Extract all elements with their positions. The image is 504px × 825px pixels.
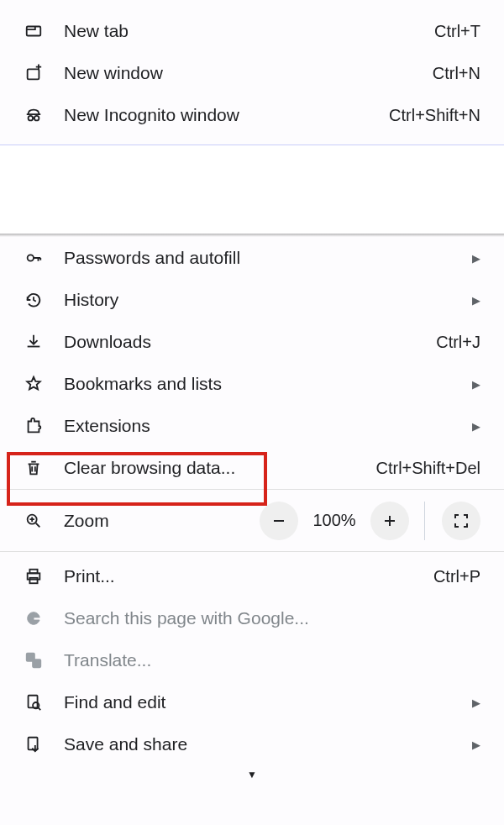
menu-label: Search this page with Google...: [64, 608, 480, 628]
menu-label: New window: [64, 63, 423, 83]
menu-label: Translate...: [64, 650, 480, 670]
overflow-indicator-icon: ▼: [0, 765, 504, 780]
submenu-arrow-icon: ▶: [467, 252, 480, 265]
zoom-separator: [424, 502, 425, 540]
menu-shortcut: Ctrl+P: [433, 567, 480, 586]
menu-label: Find and edit: [64, 692, 457, 712]
svg-rect-10: [33, 659, 40, 667]
menu-label: New Incognito window: [64, 105, 379, 125]
menu-shortcut: Ctrl+Shift+N: [389, 106, 480, 125]
menu-shortcut: Ctrl+J: [436, 333, 480, 352]
zoom-label: Zoom: [64, 511, 260, 531]
svg-point-4: [28, 255, 34, 260]
menu-section-page: Print... Ctrl+P Search this page with Go…: [0, 551, 504, 765]
menu-item-new-window[interactable]: New window Ctrl+N: [0, 52, 504, 94]
menu-shortcut: Ctrl+T: [434, 22, 480, 41]
translate-icon: [24, 650, 44, 670]
trash-icon: [24, 458, 44, 478]
zoom-value: 100%: [310, 511, 359, 530]
svg-point-2: [29, 116, 34, 121]
menu-label: New tab: [64, 21, 424, 41]
menu-shortcut: Ctrl+Shift+Del: [376, 459, 481, 478]
submenu-arrow-icon: ▶: [467, 420, 480, 433]
menu-section-new: New tab Ctrl+T New window Ctrl+N New Inc…: [0, 0, 504, 145]
menu-item-passwords[interactable]: Passwords and autofill ▶: [0, 237, 504, 279]
menu-item-new-tab[interactable]: New tab Ctrl+T: [0, 10, 504, 52]
menu-label: Save and share: [64, 734, 457, 754]
star-icon: [24, 374, 44, 394]
submenu-arrow-icon: ▶: [467, 696, 480, 709]
key-icon: [24, 248, 44, 268]
menu-item-search-google[interactable]: Search this page with Google...: [0, 597, 504, 639]
menu-item-history[interactable]: History ▶: [0, 279, 504, 321]
menu-item-translate[interactable]: Translate...: [0, 639, 504, 681]
menu-item-new-incognito[interactable]: New Incognito window Ctrl+Shift+N: [0, 94, 504, 136]
zoom-in-button[interactable]: [370, 502, 409, 540]
submenu-arrow-icon: ▶: [467, 294, 480, 307]
menu-label: Downloads: [64, 332, 426, 352]
print-icon: [24, 566, 44, 586]
tab-icon: [24, 21, 44, 41]
submenu-arrow-icon: ▶: [467, 738, 480, 751]
menu-label: Print...: [64, 566, 423, 586]
download-icon: [24, 332, 44, 352]
menu-label: Bookmarks and lists: [64, 374, 457, 394]
fullscreen-button[interactable]: [442, 502, 480, 540]
svg-point-3: [34, 116, 39, 121]
menu-item-extensions[interactable]: Extensions ▶: [0, 405, 504, 447]
save-share-icon: [24, 734, 44, 754]
zoom-out-button[interactable]: [260, 502, 298, 540]
find-icon: [24, 692, 44, 712]
zoom-row: Zoom 100%: [0, 489, 504, 551]
menu-label: Clear browsing data...: [64, 458, 366, 478]
menu-item-clear-browsing-data[interactable]: Clear browsing data... Ctrl+Shift+Del: [0, 447, 504, 489]
google-icon: [24, 608, 44, 628]
zoom-icon: [24, 511, 44, 531]
puzzle-icon: [24, 416, 44, 436]
menu-item-print[interactable]: Print... Ctrl+P: [0, 555, 504, 597]
menu-item-bookmarks[interactable]: Bookmarks and lists ▶: [0, 363, 504, 405]
menu-section-tools: Passwords and autofill ▶ History ▶ Downl…: [0, 237, 504, 489]
menu-label: Extensions: [64, 416, 457, 436]
menu-label: History: [64, 290, 457, 310]
new-window-icon: [24, 63, 44, 83]
menu-shortcut: Ctrl+N: [433, 64, 480, 83]
zoom-controls: 100%: [260, 502, 480, 540]
menu-label: Passwords and autofill: [64, 248, 457, 268]
history-icon: [24, 290, 44, 310]
incognito-icon: [24, 105, 44, 125]
blank-gap: [0, 145, 504, 234]
menu-item-save-and-share[interactable]: Save and share ▶: [0, 723, 504, 765]
svg-rect-0: [27, 27, 41, 36]
menu-item-find-and-edit[interactable]: Find and edit ▶: [0, 681, 504, 723]
submenu-arrow-icon: ▶: [467, 378, 480, 391]
menu-item-downloads[interactable]: Downloads Ctrl+J: [0, 321, 504, 363]
svg-rect-1: [28, 69, 39, 79]
